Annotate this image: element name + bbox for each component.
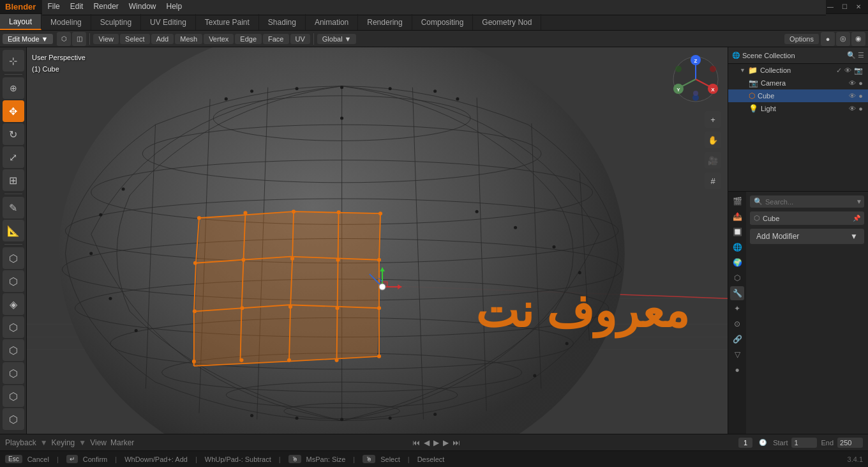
camera-eye-icon[interactable]: 👁 [849, 79, 856, 87]
outliner-item-collection[interactable]: ▼ 📁 Collection ✓ 👁 📷 [728, 64, 868, 77]
face-menu[interactable]: Face [263, 34, 288, 44]
edge-menu[interactable]: Edge [235, 34, 262, 44]
menu-help[interactable]: Help [161, 1, 187, 12]
data-props-icon[interactable]: ▽ [730, 348, 744, 362]
tab-uv-editing[interactable]: UV Editing [141, 14, 196, 30]
prev-frame-btn[interactable]: ◀ [424, 438, 430, 447]
annotate-tool[interactable]: ✎ [3, 197, 24, 218]
maximize-button[interactable]: ☐ [840, 3, 849, 11]
display-mode-rendered[interactable]: ◉ [851, 32, 865, 46]
physics-icon[interactable]: ⊙ [730, 317, 744, 331]
esc-key[interactable]: Esc [5, 455, 22, 463]
menu-render[interactable]: Render [88, 1, 123, 12]
light-render-icon[interactable]: ● [858, 105, 863, 112]
vertex-menu[interactable]: Vertex [204, 34, 234, 44]
tab-texture-paint[interactable]: Texture Paint [196, 14, 259, 30]
output-props-icon[interactable]: 📤 [730, 210, 744, 224]
extrude-tool[interactable]: ⬡ [3, 247, 24, 269]
tl-marker-menu[interactable]: Marker [110, 438, 134, 447]
mesh-display-btn1[interactable]: ⬡ [57, 32, 71, 46]
rotate-tool[interactable]: ↻ [3, 123, 24, 145]
camera-render-icon[interactable]: ● [858, 79, 863, 87]
viewport[interactable]: User Perspective (1) Cube Z X Y [27, 47, 728, 434]
minimize-button[interactable]: — [826, 3, 835, 11]
menu-edit[interactable]: Edit [65, 1, 89, 12]
tab-rendering[interactable]: Rendering [358, 14, 412, 30]
move-tool[interactable]: ✥ [3, 100, 24, 122]
end-frame-input[interactable] [837, 438, 863, 448]
spin-tool[interactable]: ⬡ [3, 385, 24, 407]
tab-geometry-nodes[interactable]: Geometry Nod [473, 14, 541, 30]
outliner-filter-icon[interactable]: ☰ [858, 51, 864, 59]
transform-tool[interactable]: ⊞ [3, 169, 24, 191]
cube-eye-icon[interactable]: 👁 [849, 92, 856, 100]
select-tool[interactable]: ⊹ [3, 50, 24, 72]
pan-btn[interactable]: ✋ [705, 132, 721, 148]
check-icon[interactable]: ✓ [836, 66, 842, 75]
display-mode-solid[interactable]: ● [821, 32, 835, 46]
start-frame-input[interactable] [791, 438, 817, 448]
modifier-props-icon[interactable]: 🔧 [730, 286, 744, 300]
jump-start-btn[interactable]: ⏮ [412, 438, 420, 447]
tab-modeling[interactable]: Modeling [41, 14, 91, 30]
poly-build-tool[interactable]: ⬡ [3, 362, 24, 384]
props-filter-icon[interactable]: ▼ [856, 198, 862, 205]
loop-cut-tool[interactable]: ⬡ [3, 316, 24, 338]
eye-icon[interactable]: 👁 [844, 66, 851, 75]
render-props-icon[interactable]: 🎬 [730, 194, 744, 208]
uv-menu[interactable]: UV [290, 34, 310, 44]
select-menu[interactable]: Select [120, 34, 150, 44]
tl-view-menu[interactable]: View [90, 438, 107, 447]
mode-selector[interactable]: Edit Mode ▼ [3, 34, 53, 44]
add-modifier-btn[interactable]: Add Modifier ▼ [750, 229, 864, 244]
mesh-menu[interactable]: Mesh [175, 34, 202, 44]
menu-file[interactable]: File [42, 1, 64, 12]
camera-btn[interactable]: 🎥 [705, 152, 721, 169]
cube-render-icon[interactable]: ● [858, 92, 863, 100]
knife-tool[interactable]: ⬡ [3, 339, 24, 361]
constraints-icon[interactable]: 🔗 [730, 332, 744, 346]
measure-tool[interactable]: 📐 [3, 220, 24, 241]
scene-props-icon[interactable]: 🌐 [730, 240, 744, 254]
add-menu[interactable]: Add [151, 34, 174, 44]
close-button[interactable]: ✕ [854, 3, 863, 11]
tab-sculpting[interactable]: Sculpting [91, 14, 141, 30]
outliner-item-cube[interactable]: ⬡ Cube 👁 ● [728, 89, 868, 102]
bevel-tool[interactable]: ◈ [3, 293, 24, 315]
tab-layout[interactable]: Layout [0, 14, 41, 30]
inset-tool[interactable]: ⬡ [3, 270, 24, 292]
tab-compositing[interactable]: Compositing [412, 14, 474, 30]
tab-animation[interactable]: Animation [306, 14, 358, 30]
jump-end-btn[interactable]: ⏭ [453, 438, 460, 447]
scale-tool[interactable]: ⤢ [3, 146, 24, 168]
options-menu[interactable]: Options [784, 34, 819, 44]
view-layer-icon[interactable]: 🔲 [730, 225, 744, 239]
smooth-tool[interactable]: ⬡ [3, 408, 24, 430]
view-menu[interactable]: View [93, 34, 119, 44]
light-eye-icon[interactable]: 👁 [849, 105, 856, 112]
outliner-item-camera[interactable]: 📷 Camera 👁 ● [728, 77, 868, 89]
display-mode-wire[interactable]: ◎ [836, 32, 850, 46]
object-props-icon[interactable]: ⬡ [730, 271, 744, 285]
zoom-in-btn[interactable]: + [705, 111, 721, 128]
pin-icon[interactable]: 📌 [853, 215, 860, 222]
next-frame-btn[interactable]: ▶ [443, 438, 449, 447]
play-btn[interactable]: ▶ [433, 438, 439, 447]
camera-outliner-icon[interactable]: 📷 [854, 66, 863, 75]
props-search-input[interactable] [765, 198, 853, 206]
world-props-icon[interactable]: 🌍 [730, 256, 744, 270]
material-icon[interactable]: ● [730, 363, 744, 377]
outliner-item-light[interactable]: 💡 Light 👁 ● [728, 102, 868, 115]
grid-btn[interactable]: # [705, 172, 721, 189]
current-frame[interactable]: 1 [738, 438, 752, 448]
menu-window[interactable]: Window [124, 1, 161, 12]
playback-menu[interactable]: Playback [5, 438, 36, 447]
keying-menu[interactable]: Keying [52, 438, 75, 447]
mesh-display-btn2[interactable]: ◫ [72, 32, 86, 46]
cursor-tool[interactable]: ⊕ [3, 77, 24, 99]
navigation-gizmo[interactable]: Z X Y [670, 54, 721, 105]
tab-shading[interactable]: Shading [259, 14, 306, 30]
particles-icon[interactable]: ✦ [730, 302, 744, 316]
outliner-search-icon[interactable]: 🔍 [847, 51, 856, 59]
transform-selector[interactable]: Global ▼ [317, 34, 357, 44]
